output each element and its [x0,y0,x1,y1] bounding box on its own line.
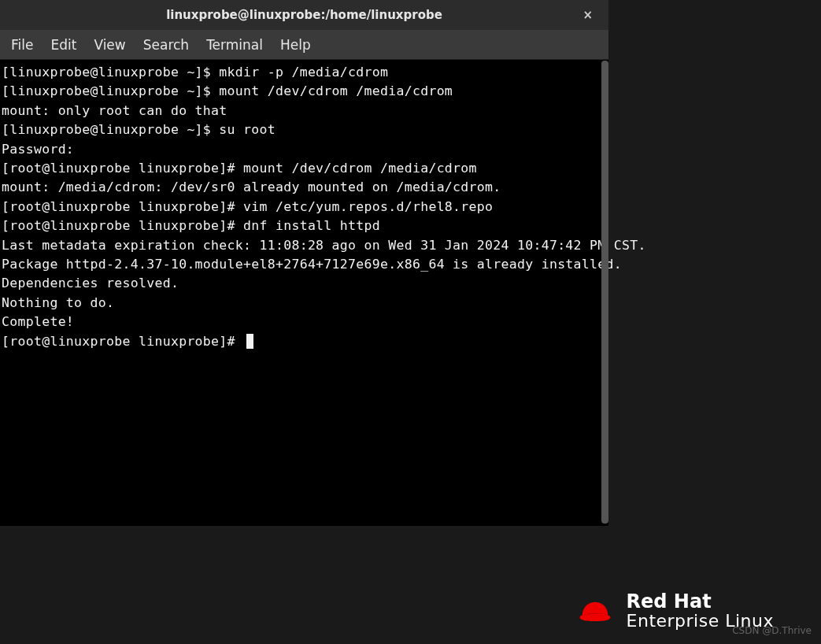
terminal-line: [root@linuxprobe linuxprobe]# mount /dev… [2,161,477,176]
menu-terminal[interactable]: Terminal [198,34,271,56]
redhat-logo: Red Hat Enterprise Linux [575,592,774,630]
redhat-brand-line1: Red Hat [627,592,774,612]
window-title: linuxprobe@linuxprobe:/home/linuxprobe [166,8,442,22]
menu-search[interactable]: Search [135,34,197,56]
redhat-hat-icon [575,595,616,627]
terminal-prompt-line: [root@linuxprobe linuxprobe]# [2,334,243,349]
terminal-line: [linuxprobe@linuxprobe ~]$ mount /dev/cd… [2,83,453,98]
terminal-line: Package httpd-2.4.37-10.module+el8+2764+… [2,257,622,272]
menu-help[interactable]: Help [272,34,319,56]
terminal-line: Last metadata expiration check: 11:08:28… [2,238,646,253]
cursor-icon [246,334,253,349]
terminal-line: [linuxprobe@linuxprobe ~]$ su root [2,122,276,137]
terminal-line: Complete! [2,314,74,329]
terminal-window: linuxprobe@linuxprobe:/home/linuxprobe ×… [0,0,608,526]
terminal-line: [root@linuxprobe linuxprobe]# vim /etc/y… [2,199,493,214]
scrollbar[interactable] [601,61,608,524]
terminal-line: [root@linuxprobe linuxprobe]# dnf instal… [2,218,380,233]
terminal-line: Nothing to do. [2,295,114,310]
window-titlebar[interactable]: linuxprobe@linuxprobe:/home/linuxprobe × [0,0,608,30]
terminal-line: Password: [2,142,74,157]
terminal-line: mount: only root can do that [2,103,227,118]
menu-view[interactable]: View [86,34,133,56]
menu-bar: File Edit View Search Terminal Help [0,30,608,60]
watermark-text: CSDN @D.Thrive [732,625,812,636]
menu-file[interactable]: File [3,34,41,56]
menu-edit[interactable]: Edit [43,34,84,56]
close-button[interactable]: × [578,6,597,24]
terminal-line: [linuxprobe@linuxprobe ~]$ mkdir -p /med… [2,65,388,80]
terminal-output[interactable]: [linuxprobe@linuxprobe ~]$ mkdir -p /med… [0,60,608,526]
terminal-line: Dependencies resolved. [2,276,179,291]
terminal-line: mount: /media/cdrom: /dev/sr0 already mo… [2,180,501,194]
